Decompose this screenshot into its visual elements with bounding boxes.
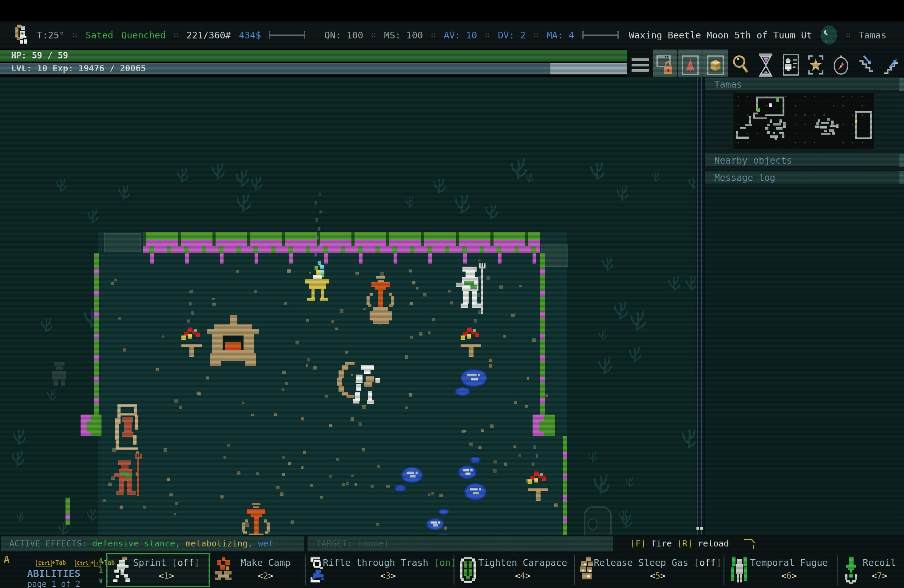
map-entity-ghost-wall-right xyxy=(541,245,568,267)
map-entity-white-villager[interactable] xyxy=(454,263,488,318)
scrub-plant xyxy=(249,174,264,191)
ability-release-sleep-gas[interactable]: Release Sleep Gas [off] <5> xyxy=(575,552,723,588)
map-entity-player-character[interactable] xyxy=(333,360,387,406)
scrub-plant xyxy=(54,177,68,193)
scrub-plant xyxy=(611,299,630,320)
map-entity-left-wall-corner xyxy=(81,414,101,436)
sidebar-scrollbar-thumb[interactable] xyxy=(899,78,904,91)
target-value: [none] xyxy=(357,539,389,548)
travel-compass-icon[interactable] xyxy=(829,49,853,81)
map-entity-smoke-trail xyxy=(531,437,539,471)
ability-temporal-fugue[interactable]: Temporal Fugue <6> xyxy=(725,552,836,588)
scrub-plant xyxy=(590,471,611,495)
loot-cube-icon[interactable] xyxy=(703,49,728,81)
range-slider-icon xyxy=(582,31,619,39)
reload-label[interactable]: reload xyxy=(698,539,729,548)
menu-icon[interactable] xyxy=(627,49,653,81)
sand-dot xyxy=(532,338,536,341)
look-magnifier-icon[interactable] xyxy=(729,49,753,81)
sidebar-section-tamas[interactable]: Tamas xyxy=(705,77,904,91)
map-entity-right-wall-corner xyxy=(533,414,555,436)
status-group-middle: QN: 100∷MS: 100∷AV: 10∷DV: 2∷MA: 4 xyxy=(324,22,619,49)
wait-hourglass-icon[interactable] xyxy=(753,49,778,81)
sidebar-section-message-log[interactable]: Message log xyxy=(705,170,904,184)
ability-recoil[interactable]: Recoil <7> xyxy=(838,552,904,588)
sand-dot xyxy=(114,279,117,281)
sand-dot xyxy=(423,293,427,296)
character-sheet-icon[interactable] xyxy=(779,49,803,81)
sand-dot xyxy=(236,270,239,273)
status-row: ACTIVE EFFECTS: defensive stance, metabo… xyxy=(0,535,904,552)
separator-dots-icon: ∷ xyxy=(174,30,179,40)
sand-dot xyxy=(108,482,112,486)
hp-bar: HP: 59 / 59 xyxy=(0,50,627,62)
scrub-plant xyxy=(666,274,682,292)
scrub-plant xyxy=(651,171,661,182)
minimap[interactable] xyxy=(705,91,904,151)
ability-rifle-through-trash[interactable]: Rifle through Trash [on] <3> xyxy=(306,552,453,588)
map-entity-right-lower-wall xyxy=(563,436,567,535)
map-entity-torch-sconce-2[interactable] xyxy=(461,327,484,357)
target-panel: TARGET: [none] xyxy=(308,536,613,552)
scrub-plant xyxy=(85,507,98,522)
sand-dot xyxy=(489,364,492,368)
map-entity-red-villager[interactable] xyxy=(114,454,144,498)
sand-dot xyxy=(291,520,294,524)
map-entity-clay-oven[interactable] xyxy=(203,315,263,366)
map-entity-fountain-brazier[interactable] xyxy=(303,261,332,312)
abilities-page-up-chevron[interactable]: ∧ xyxy=(95,555,107,564)
stairs-up-icon[interactable] xyxy=(879,49,903,81)
sidebar-scrollbar-thumb[interactable] xyxy=(899,171,904,184)
sand-dot xyxy=(175,502,179,505)
map-entity-torch-sconce-3[interactable] xyxy=(528,471,551,501)
sidebar-scrollbar-thumb[interactable] xyxy=(899,154,904,167)
sand-dot xyxy=(301,466,303,469)
favorites-star-icon[interactable] xyxy=(803,49,828,81)
map-entity-torch-sconce-1[interactable] xyxy=(182,327,204,357)
sand-dot xyxy=(118,317,121,319)
ability-tighten-carapace[interactable]: Tighten Carapace <4> xyxy=(455,552,574,588)
sand-dot xyxy=(481,429,484,432)
minimap-canvas[interactable] xyxy=(733,93,874,149)
sand-dot xyxy=(354,483,357,485)
status-item: 221/360# xyxy=(186,30,231,41)
game-map[interactable] xyxy=(0,77,704,535)
fire-label[interactable]: fire xyxy=(651,539,672,548)
stairs-down-icon[interactable] xyxy=(854,49,879,81)
scrub-plant xyxy=(624,475,635,487)
sand-dot xyxy=(493,469,496,473)
map-entity-water-puddle xyxy=(394,484,406,492)
map-entity-hookah[interactable] xyxy=(363,276,398,324)
active-effect: wet xyxy=(258,539,273,548)
toolbar xyxy=(627,49,904,82)
level-bar: LVL: 10 Exp: 19476 / 20065 xyxy=(0,63,550,74)
map-scroll-indicator[interactable] xyxy=(695,77,704,535)
locked-window-icon[interactable] xyxy=(653,49,678,81)
game-screen: T:25°∷SatedQuenched∷221/360#434$ QN: 100… xyxy=(0,0,904,588)
sidebar-tamas-label: Tamas xyxy=(714,79,742,90)
sand-dot xyxy=(351,417,354,421)
map-entity-smoke-trail xyxy=(474,255,481,327)
waypoint-spire-icon[interactable] xyxy=(678,49,703,81)
map-entity-chair[interactable] xyxy=(113,405,142,450)
sand-dot xyxy=(362,448,365,452)
fire-key[interactable]: [F] xyxy=(631,539,646,548)
sand-dot xyxy=(376,523,379,526)
status-item: Tamas xyxy=(859,30,887,41)
sand-dot xyxy=(329,475,332,478)
sand-dot xyxy=(143,506,146,509)
scrub-plant xyxy=(15,511,25,522)
sand-dot xyxy=(301,417,304,420)
ability-make-camp[interactable]: Make Camp <2> xyxy=(210,552,304,588)
map-entity-smoke-trail xyxy=(314,185,322,261)
sand-dot xyxy=(111,282,114,285)
scrub-plant xyxy=(587,160,606,182)
scrub-plant xyxy=(587,450,598,463)
sidebar-section-nearby-objects[interactable]: Nearby objects xyxy=(705,153,904,167)
sand-dot xyxy=(196,392,200,395)
abilities-page-down-chevron[interactable]: ∨ xyxy=(95,576,107,585)
map-entity-left-wall xyxy=(94,253,99,425)
sand-dot xyxy=(212,298,215,300)
map-entity-hookah-2[interactable] xyxy=(238,503,272,535)
reload-key[interactable]: [R] xyxy=(677,539,693,548)
